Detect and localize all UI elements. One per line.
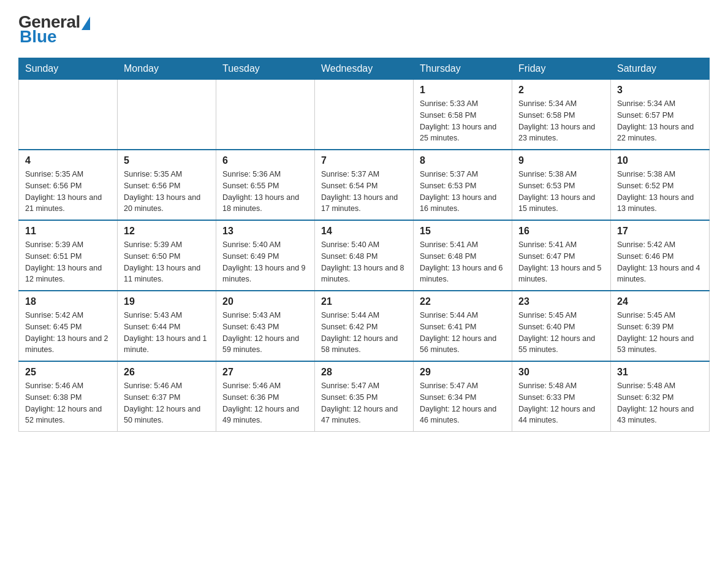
calendar-week-row: 18Sunrise: 5:42 AMSunset: 6:45 PMDayligh… xyxy=(19,291,710,361)
calendar-cell: 22Sunrise: 5:44 AMSunset: 6:41 PMDayligh… xyxy=(414,291,512,361)
day-number: 14 xyxy=(321,226,407,237)
day-info: Sunrise: 5:35 AMSunset: 6:56 PMDaylight:… xyxy=(25,169,111,215)
calendar-cell xyxy=(19,80,118,150)
calendar-cell: 10Sunrise: 5:38 AMSunset: 6:52 PMDayligh… xyxy=(611,150,710,220)
calendar-cell: 20Sunrise: 5:43 AMSunset: 6:43 PMDayligh… xyxy=(216,291,315,361)
day-header-tuesday: Tuesday xyxy=(216,58,315,80)
calendar-cell: 3Sunrise: 5:34 AMSunset: 6:57 PMDaylight… xyxy=(611,80,710,150)
calendar-cell: 28Sunrise: 5:47 AMSunset: 6:35 PMDayligh… xyxy=(315,361,414,432)
calendar-cell: 12Sunrise: 5:39 AMSunset: 6:50 PMDayligh… xyxy=(118,220,216,291)
calendar-cell: 8Sunrise: 5:37 AMSunset: 6:53 PMDaylight… xyxy=(414,150,512,220)
header: General Blue xyxy=(18,12,710,47)
day-number: 11 xyxy=(25,226,111,237)
calendar-cell: 17Sunrise: 5:42 AMSunset: 6:46 PMDayligh… xyxy=(611,220,710,291)
day-info: Sunrise: 5:47 AMSunset: 6:34 PMDaylight:… xyxy=(420,380,506,426)
day-info: Sunrise: 5:37 AMSunset: 6:53 PMDaylight:… xyxy=(420,169,506,215)
day-number: 18 xyxy=(25,296,111,307)
day-info: Sunrise: 5:39 AMSunset: 6:51 PMDaylight:… xyxy=(25,239,111,285)
day-number: 6 xyxy=(222,155,308,166)
calendar-cell: 24Sunrise: 5:45 AMSunset: 6:39 PMDayligh… xyxy=(611,291,710,361)
day-info: Sunrise: 5:42 AMSunset: 6:45 PMDaylight:… xyxy=(25,310,111,356)
day-number: 27 xyxy=(222,367,308,378)
day-info: Sunrise: 5:48 AMSunset: 6:33 PMDaylight:… xyxy=(518,380,604,426)
day-header-monday: Monday xyxy=(118,58,216,80)
day-number: 24 xyxy=(617,296,703,307)
day-info: Sunrise: 5:41 AMSunset: 6:47 PMDaylight:… xyxy=(518,239,604,285)
day-header-sunday: Sunday xyxy=(19,58,118,80)
day-info: Sunrise: 5:43 AMSunset: 6:44 PMDaylight:… xyxy=(124,310,210,356)
calendar-cell: 26Sunrise: 5:46 AMSunset: 6:37 PMDayligh… xyxy=(118,361,216,432)
day-number: 13 xyxy=(222,226,308,237)
day-info: Sunrise: 5:43 AMSunset: 6:43 PMDaylight:… xyxy=(222,310,308,356)
logo-triangle-icon xyxy=(82,17,90,30)
day-header-saturday: Saturday xyxy=(611,58,710,80)
day-info: Sunrise: 5:44 AMSunset: 6:41 PMDaylight:… xyxy=(420,310,506,356)
day-number: 2 xyxy=(518,85,604,96)
calendar: SundayMondayTuesdayWednesdayThursdayFrid… xyxy=(18,58,710,432)
calendar-cell xyxy=(315,80,414,150)
calendar-cell: 1Sunrise: 5:33 AMSunset: 6:58 PMDaylight… xyxy=(414,80,512,150)
day-number: 26 xyxy=(124,367,210,378)
day-header-friday: Friday xyxy=(512,58,611,80)
calendar-week-row: 11Sunrise: 5:39 AMSunset: 6:51 PMDayligh… xyxy=(19,220,710,291)
day-number: 10 xyxy=(617,155,703,166)
calendar-cell: 11Sunrise: 5:39 AMSunset: 6:51 PMDayligh… xyxy=(19,220,118,291)
day-number: 25 xyxy=(25,367,111,378)
calendar-cell: 15Sunrise: 5:41 AMSunset: 6:48 PMDayligh… xyxy=(414,220,512,291)
calendar-cell: 5Sunrise: 5:35 AMSunset: 6:56 PMDaylight… xyxy=(118,150,216,220)
day-header-wednesday: Wednesday xyxy=(315,58,414,80)
day-number: 9 xyxy=(518,155,604,166)
calendar-cell: 30Sunrise: 5:48 AMSunset: 6:33 PMDayligh… xyxy=(512,361,611,432)
day-number: 16 xyxy=(518,226,604,237)
day-number: 1 xyxy=(420,85,506,96)
calendar-cell: 31Sunrise: 5:48 AMSunset: 6:32 PMDayligh… xyxy=(611,361,710,432)
day-info: Sunrise: 5:36 AMSunset: 6:55 PMDaylight:… xyxy=(222,169,308,215)
day-number: 5 xyxy=(124,155,210,166)
day-number: 28 xyxy=(321,367,407,378)
calendar-cell: 16Sunrise: 5:41 AMSunset: 6:47 PMDayligh… xyxy=(512,220,611,291)
logo-blue-text: Blue xyxy=(20,27,57,47)
day-number: 7 xyxy=(321,155,407,166)
day-number: 19 xyxy=(124,296,210,307)
calendar-cell xyxy=(216,80,315,150)
calendar-week-row: 25Sunrise: 5:46 AMSunset: 6:38 PMDayligh… xyxy=(19,361,710,432)
day-info: Sunrise: 5:45 AMSunset: 6:40 PMDaylight:… xyxy=(518,310,604,356)
day-number: 29 xyxy=(420,367,506,378)
day-number: 20 xyxy=(222,296,308,307)
day-info: Sunrise: 5:40 AMSunset: 6:48 PMDaylight:… xyxy=(321,239,407,285)
day-number: 31 xyxy=(617,367,703,378)
calendar-cell: 14Sunrise: 5:40 AMSunset: 6:48 PMDayligh… xyxy=(315,220,414,291)
day-info: Sunrise: 5:46 AMSunset: 6:37 PMDaylight:… xyxy=(124,380,210,426)
calendar-cell: 9Sunrise: 5:38 AMSunset: 6:53 PMDaylight… xyxy=(512,150,611,220)
day-number: 4 xyxy=(25,155,111,166)
day-number: 8 xyxy=(420,155,506,166)
day-info: Sunrise: 5:48 AMSunset: 6:32 PMDaylight:… xyxy=(617,380,703,426)
calendar-cell xyxy=(118,80,216,150)
day-info: Sunrise: 5:45 AMSunset: 6:39 PMDaylight:… xyxy=(617,310,703,356)
calendar-cell: 7Sunrise: 5:37 AMSunset: 6:54 PMDaylight… xyxy=(315,150,414,220)
day-number: 22 xyxy=(420,296,506,307)
calendar-week-row: 1Sunrise: 5:33 AMSunset: 6:58 PMDaylight… xyxy=(19,80,710,150)
day-info: Sunrise: 5:37 AMSunset: 6:54 PMDaylight:… xyxy=(321,169,407,215)
calendar-cell: 29Sunrise: 5:47 AMSunset: 6:34 PMDayligh… xyxy=(414,361,512,432)
calendar-cell: 21Sunrise: 5:44 AMSunset: 6:42 PMDayligh… xyxy=(315,291,414,361)
day-info: Sunrise: 5:41 AMSunset: 6:48 PMDaylight:… xyxy=(420,239,506,285)
day-number: 3 xyxy=(617,85,703,96)
calendar-cell: 18Sunrise: 5:42 AMSunset: 6:45 PMDayligh… xyxy=(19,291,118,361)
day-info: Sunrise: 5:44 AMSunset: 6:42 PMDaylight:… xyxy=(321,310,407,356)
calendar-cell: 23Sunrise: 5:45 AMSunset: 6:40 PMDayligh… xyxy=(512,291,611,361)
day-info: Sunrise: 5:38 AMSunset: 6:52 PMDaylight:… xyxy=(617,169,703,215)
day-info: Sunrise: 5:40 AMSunset: 6:49 PMDaylight:… xyxy=(222,239,308,285)
logo: General Blue xyxy=(18,12,90,47)
day-number: 30 xyxy=(518,367,604,378)
day-number: 17 xyxy=(617,226,703,237)
day-info: Sunrise: 5:33 AMSunset: 6:58 PMDaylight:… xyxy=(420,98,506,144)
calendar-cell: 4Sunrise: 5:35 AMSunset: 6:56 PMDaylight… xyxy=(19,150,118,220)
calendar-cell: 13Sunrise: 5:40 AMSunset: 6:49 PMDayligh… xyxy=(216,220,315,291)
day-info: Sunrise: 5:46 AMSunset: 6:36 PMDaylight:… xyxy=(222,380,308,426)
day-info: Sunrise: 5:47 AMSunset: 6:35 PMDaylight:… xyxy=(321,380,407,426)
day-info: Sunrise: 5:46 AMSunset: 6:38 PMDaylight:… xyxy=(25,380,111,426)
day-header-thursday: Thursday xyxy=(414,58,512,80)
day-info: Sunrise: 5:42 AMSunset: 6:46 PMDaylight:… xyxy=(617,239,703,285)
day-info: Sunrise: 5:35 AMSunset: 6:56 PMDaylight:… xyxy=(124,169,210,215)
